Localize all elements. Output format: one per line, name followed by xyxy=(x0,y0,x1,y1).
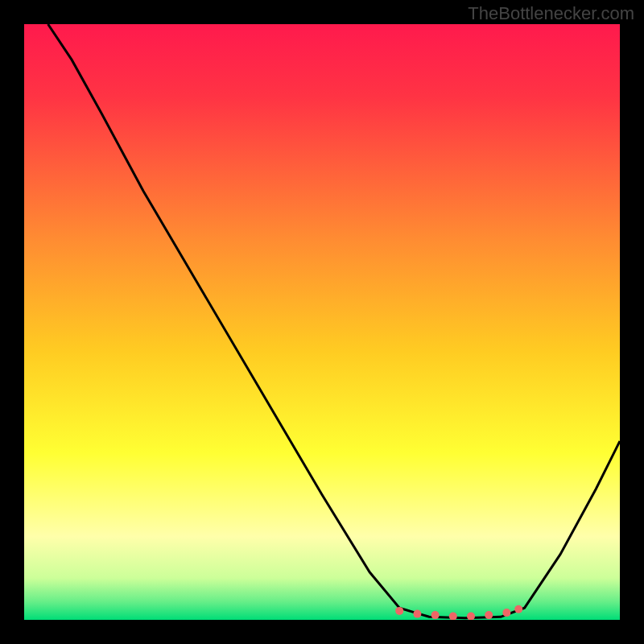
svg-point-6 xyxy=(485,611,493,619)
chart-svg xyxy=(24,24,620,620)
bottleneck-curve xyxy=(48,24,620,618)
svg-point-1 xyxy=(395,607,403,615)
svg-point-8 xyxy=(514,605,522,613)
svg-point-2 xyxy=(413,610,421,618)
watermark-text: TheBottlenecker.com xyxy=(468,3,634,24)
svg-point-4 xyxy=(449,613,457,620)
svg-point-7 xyxy=(502,609,510,617)
svg-point-3 xyxy=(431,611,440,619)
svg-point-5 xyxy=(467,613,475,620)
chart-area xyxy=(24,24,620,620)
